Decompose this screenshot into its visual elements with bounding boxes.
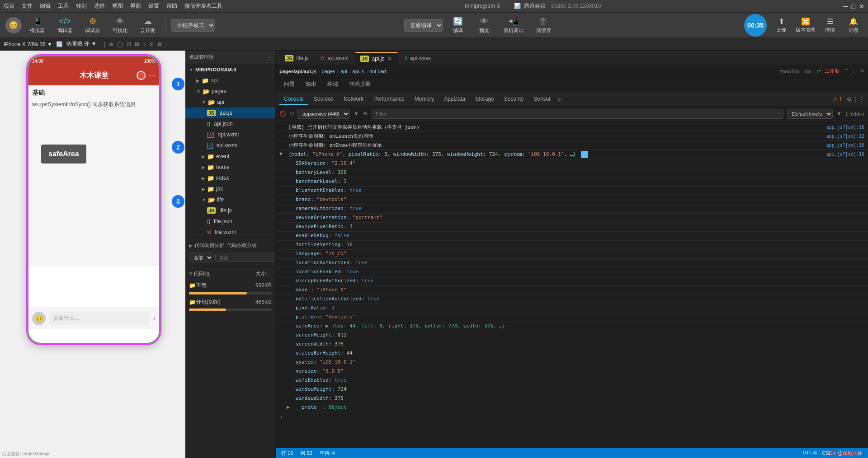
settings-icon[interactable]: ✕ bbox=[860, 68, 864, 74]
phone-nav-dots[interactable]: ··· bbox=[149, 71, 156, 80]
console-tab-appdata[interactable]: AppData bbox=[439, 94, 470, 105]
folder-pages[interactable]: ▼ 📂 pages bbox=[185, 86, 275, 97]
level-select[interactable]: Default levels bbox=[787, 109, 833, 119]
version-button[interactable]: 🔀 版本管理 bbox=[796, 17, 816, 33]
expand-icon[interactable]: ⌄ bbox=[851, 68, 855, 74]
project-root[interactable]: ▼ MINIPROGRAM-3 bbox=[185, 64, 275, 75]
folder-home[interactable]: ▶ 📁 home bbox=[185, 162, 275, 173]
filter-toggle[interactable]: ▽ bbox=[290, 111, 294, 117]
folder-life[interactable]: ▼ 📂 life bbox=[185, 194, 275, 205]
console-source-launch[interactable]: app.js?[sm]:12 bbox=[810, 134, 864, 139]
maximize-button[interactable]: □ bbox=[852, 3, 855, 10]
device-icon-2[interactable]: ◯ bbox=[117, 41, 123, 47]
console-output[interactable]: [重载] 已开启代码文件保存后自动热重载（不支持 json） app.js?[s… bbox=[276, 121, 868, 448]
tab-life-js[interactable]: JS life.js bbox=[279, 52, 314, 65]
file-api-wxss[interactable]: S api.wxss bbox=[185, 140, 275, 151]
file-api-wxml[interactable]: W api.wxml bbox=[185, 129, 275, 140]
hotreload-toggle[interactable]: 热重载 开 ▼ bbox=[66, 40, 97, 48]
phone-record-button[interactable] bbox=[137, 71, 146, 80]
breadcrumb-api[interactable]: api bbox=[340, 69, 347, 74]
menu-item-tools[interactable]: 工具 bbox=[58, 2, 69, 10]
notify-button[interactable]: 🔔 消息 bbox=[844, 17, 863, 33]
menu-item-goto[interactable]: 转到 bbox=[76, 2, 87, 10]
device-icon-7[interactable]: ✿ bbox=[157, 41, 162, 47]
console-tab-network[interactable]: Network bbox=[339, 94, 368, 105]
folder-node-modules[interactable]: ▶ 📁 api bbox=[185, 75, 275, 86]
compile-select[interactable]: 普通编译 bbox=[404, 19, 443, 32]
preview-button[interactable]: 👁 预览 bbox=[473, 15, 495, 36]
context-dropdown-icon[interactable]: ▼ bbox=[354, 111, 359, 117]
eye-icon[interactable]: 👁 bbox=[363, 111, 368, 117]
file-api-json[interactable]: {} api.json bbox=[185, 118, 275, 129]
breadcrumb-pages[interactable]: pages bbox=[322, 69, 335, 74]
clear-button[interactable]: 🗑 清缓存 bbox=[532, 15, 556, 36]
context-select[interactable]: appservice (#40) bbox=[297, 109, 350, 119]
console-tab-performance[interactable]: Performance bbox=[369, 94, 409, 105]
more-tabs-button[interactable]: » bbox=[558, 96, 561, 103]
device-icon-1[interactable]: ⊕ bbox=[109, 41, 113, 47]
visualize-button[interactable]: 👁 可视化 bbox=[108, 15, 132, 36]
tab-terminal[interactable]: 终端 bbox=[323, 79, 343, 91]
device-icon-5[interactable]: ↕ bbox=[143, 41, 146, 47]
folder-jok[interactable]: ▶ 📁 jok bbox=[185, 183, 275, 194]
search-input[interactable] bbox=[215, 253, 276, 262]
console-source-object[interactable]: api.js?[sm]:16 bbox=[810, 152, 864, 157]
breadcrumb-file[interactable]: api.js bbox=[353, 69, 364, 74]
menu-item-interface[interactable]: 界面 bbox=[130, 2, 141, 10]
menu-item-wechat[interactable]: 微信开发者工具 bbox=[184, 2, 222, 10]
console-filter-input[interactable] bbox=[372, 109, 783, 119]
file-life-json[interactable]: {} life.json bbox=[185, 216, 275, 227]
debugger-button[interactable]: ⚙ 调试器 bbox=[80, 14, 104, 36]
tab-quality[interactable]: 代码质量 bbox=[344, 79, 375, 91]
collapse-icon[interactable]: ⌃ bbox=[845, 68, 849, 74]
tab-issues[interactable]: 问题 bbox=[279, 79, 299, 91]
tab-api-js-close[interactable]: ✕ bbox=[387, 55, 392, 62]
device-icon-3[interactable]: ⊡ bbox=[127, 41, 131, 47]
detail-button[interactable]: ☰ 详情 bbox=[821, 17, 839, 33]
minimize-button[interactable]: ─ bbox=[844, 3, 848, 10]
console-tab-sensor[interactable]: Sensor bbox=[529, 94, 555, 105]
simulator-button[interactable]: 📱 模拟器 bbox=[25, 14, 49, 36]
menu-item-settings[interactable]: 设置 bbox=[148, 2, 159, 10]
tab-api-js[interactable]: JS api.js ✕ bbox=[355, 52, 398, 65]
format-icon[interactable]: ↕ bbox=[813, 69, 816, 74]
device-icon-6[interactable]: ⊗ bbox=[149, 41, 154, 47]
real-debug-button[interactable]: 📲 真机调试 bbox=[499, 14, 528, 36]
clear-console-button[interactable]: 🚫 bbox=[279, 111, 286, 117]
folder-index[interactable]: ▶ 📁 index bbox=[185, 173, 275, 183]
console-tab-sources[interactable]: Sources bbox=[309, 94, 338, 105]
code-analysis-title[interactable]: ▶ 代码依赖分析: 代码依赖分析 bbox=[185, 240, 275, 251]
expand-object-icon[interactable]: ▼ bbox=[279, 151, 285, 157]
warning-badge[interactable]: ⚠ 1 bbox=[833, 96, 842, 103]
device-icon-4[interactable]: ⊞ bbox=[135, 41, 139, 47]
device-name[interactable]: iPhone X 78% 16 ▼ bbox=[4, 41, 52, 47]
menu-item-select[interactable]: 选择 bbox=[94, 2, 105, 10]
folder-event[interactable]: ▶ 📁 event bbox=[185, 151, 275, 162]
phone-arrow-icon[interactable]: ‹ bbox=[153, 314, 156, 322]
file-life-js[interactable]: JS life.js bbox=[185, 205, 275, 216]
editor-button[interactable]: </> 编辑器 bbox=[53, 15, 77, 36]
cloud-button[interactable]: ☁ 云开发 bbox=[136, 14, 160, 36]
file-api-js[interactable]: JS api.js bbox=[185, 107, 275, 118]
menu-item-edit[interactable]: 编辑 bbox=[40, 2, 51, 10]
menu-item-help[interactable]: 帮助 bbox=[166, 2, 177, 10]
menu-item-view[interactable]: 视图 bbox=[112, 2, 123, 10]
wrap-icon[interactable]: ⇄ bbox=[817, 68, 821, 74]
console-tab-memory[interactable]: Memory bbox=[410, 94, 439, 105]
console-source-reload[interactable]: app.js?[sm]:16 bbox=[810, 125, 864, 130]
console-source-show[interactable]: app.js?[sm]:16 bbox=[810, 143, 864, 148]
phone-chat-input[interactable]: 说点什么... bbox=[49, 312, 150, 325]
tab-api-wxml[interactable]: W api.wxml bbox=[315, 52, 354, 65]
menu-item-project[interactable]: 项目 bbox=[4, 2, 14, 10]
menu-item-file[interactable]: 文件 bbox=[22, 2, 33, 10]
close-button[interactable]: ✕ bbox=[859, 3, 864, 10]
tab-api-wxss[interactable]: S api.wxss bbox=[399, 52, 436, 65]
file-life-wxml[interactable]: W life.wxml bbox=[185, 227, 275, 238]
file-panel-more[interactable]: ··· bbox=[268, 55, 272, 60]
compile-button[interactable]: 🔄 编译 bbox=[447, 14, 469, 36]
more-options-button[interactable]: ⋮ bbox=[853, 96, 858, 103]
font-size-icon[interactable]: Aa bbox=[805, 69, 811, 74]
upload-button[interactable]: ⬆ 上传 bbox=[772, 17, 790, 33]
filter-select[interactable]: 全部 bbox=[189, 252, 213, 262]
tab-output[interactable]: 输出 bbox=[301, 79, 321, 91]
